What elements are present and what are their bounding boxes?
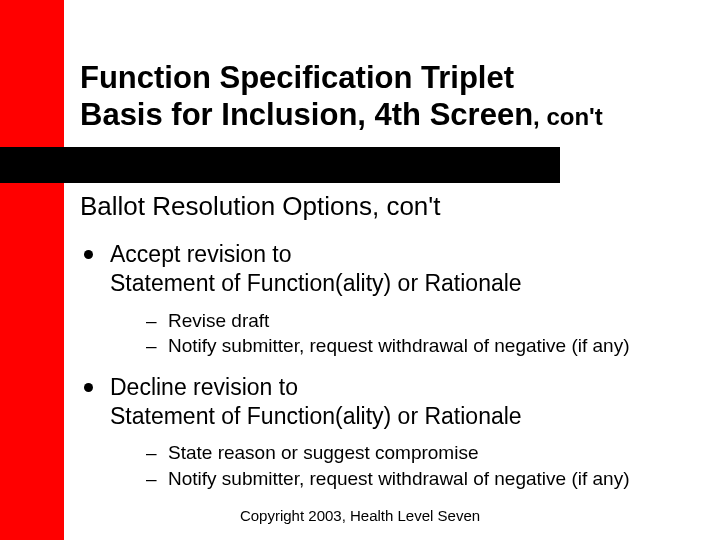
- sub-list-item: Notify submitter, request withdrawal of …: [110, 333, 700, 359]
- side-accent-bar: [0, 0, 64, 540]
- subheading: Ballot Resolution Options, con't: [80, 191, 700, 222]
- title-line-2-main: Basis for Inclusion, 4th Screen: [80, 97, 533, 132]
- sub-list-item: State reason or suggest compromise: [110, 440, 700, 466]
- bullet-list: Accept revision to Statement of Function…: [80, 240, 700, 492]
- bullet-text-line: Statement of Function(ality) or Rational…: [110, 270, 522, 296]
- slide-content: Function Specification Triplet Basis for…: [80, 60, 700, 506]
- sub-list-item: Revise draft: [110, 308, 700, 334]
- sub-list-item: Notify submitter, request withdrawal of …: [110, 466, 700, 492]
- list-item: Accept revision to Statement of Function…: [80, 240, 700, 359]
- bullet-text-line: Decline revision to: [110, 374, 298, 400]
- sub-bullet-list: Revise draft Notify submitter, request w…: [110, 308, 700, 359]
- slide-title: Function Specification Triplet Basis for…: [80, 60, 700, 133]
- bullet-text-line: Statement of Function(ality) or Rational…: [110, 403, 522, 429]
- sub-bullet-list: State reason or suggest compromise Notif…: [110, 440, 700, 491]
- list-item: Decline revision to Statement of Functio…: [80, 373, 700, 492]
- footer-copyright: Copyright 2003, Health Level Seven: [0, 507, 720, 524]
- title-line-1: Function Specification Triplet: [80, 60, 514, 95]
- bullet-text-line: Accept revision to: [110, 241, 292, 267]
- title-line-2-suffix: , con't: [533, 103, 603, 130]
